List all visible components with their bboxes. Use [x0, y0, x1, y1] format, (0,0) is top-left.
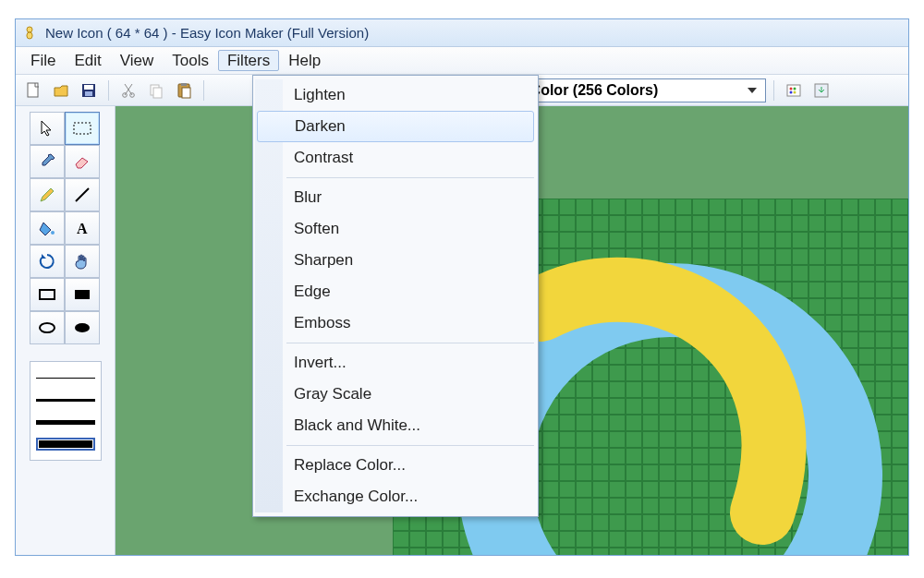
window-title: New Icon ( 64 * 64 ) - Easy Icon Maker (… [45, 25, 369, 41]
dropdown-separator [286, 343, 534, 343]
svg-rect-2 [28, 83, 38, 97]
line-width-4[interactable] [36, 438, 95, 451]
app-window: New Icon ( 64 * 64 ) - Easy Icon Maker (… [15, 18, 909, 556]
title-bar: New Icon ( 64 * 64 ) - Easy Icon Maker (… [16, 19, 908, 47]
svg-point-17 [794, 90, 796, 93]
copy-button[interactable] [144, 78, 168, 102]
filter-contrast[interactable]: Contrast [255, 142, 536, 174]
svg-line-20 [76, 188, 89, 201]
tool-eraser[interactable] [65, 145, 100, 178]
tool-text[interactable]: A [65, 211, 100, 245]
svg-point-25 [40, 323, 55, 332]
tool-pencil[interactable] [30, 178, 65, 211]
dropdown-separator [286, 445, 534, 446]
menu-bar: File Edit View Tools Filters Help [16, 47, 908, 75]
line-width-2[interactable] [36, 393, 95, 406]
svg-rect-23 [40, 290, 55, 299]
svg-rect-4 [84, 85, 93, 90]
filters-dropdown: Lighten Darken Contrast Blur Soften Shar… [252, 75, 539, 517]
new-button[interactable] [21, 78, 45, 102]
svg-text:A: A [77, 221, 88, 236]
svg-rect-24 [75, 290, 90, 299]
tool-rect-filled[interactable] [65, 278, 100, 311]
svg-point-21 [51, 231, 55, 235]
svg-point-0 [27, 27, 32, 32]
svg-rect-1 [27, 32, 32, 39]
tool-grid: A [30, 112, 102, 344]
filter-bw[interactable]: Black and White... [255, 410, 536, 441]
filter-edge[interactable]: Edge [255, 276, 536, 307]
app-icon [21, 25, 38, 42]
tool-rotate[interactable] [30, 245, 65, 278]
tool-hand[interactable] [65, 245, 100, 278]
menu-help[interactable]: Help [279, 47, 330, 74]
palette-button[interactable] [782, 78, 806, 102]
filter-sharpen[interactable]: Sharpen [255, 245, 536, 276]
tool-line[interactable] [65, 178, 100, 211]
svg-point-16 [790, 90, 793, 93]
svg-rect-19 [74, 123, 91, 134]
filter-exchange-color[interactable]: Exchange Color... [255, 481, 536, 512]
svg-point-26 [75, 323, 90, 332]
filter-emboss[interactable]: Emboss [255, 307, 536, 339]
save-button[interactable] [77, 78, 101, 102]
toolbar-separator [203, 80, 204, 101]
chevron-down-icon [745, 83, 760, 98]
menu-tools[interactable]: Tools [163, 47, 218, 74]
tool-pointer[interactable] [30, 112, 65, 145]
line-width-1[interactable] [36, 371, 95, 384]
filter-invert[interactable]: Invert... [255, 347, 536, 379]
svg-rect-12 [182, 88, 190, 98]
tool-rect-outline[interactable] [30, 278, 65, 311]
filter-darken[interactable]: Darken [257, 111, 534, 142]
tool-ellipse-outline[interactable] [30, 311, 65, 344]
filter-lighten[interactable]: Lighten [255, 79, 536, 111]
tool-eyedropper[interactable] [30, 145, 65, 178]
toolbar-separator [773, 80, 774, 101]
menu-view[interactable]: View [111, 47, 164, 74]
tool-fill[interactable] [30, 211, 65, 245]
svg-point-15 [794, 87, 796, 90]
menu-filters[interactable]: Filters [218, 50, 279, 71]
open-button[interactable] [49, 78, 73, 102]
cut-button[interactable] [116, 78, 140, 102]
menu-file[interactable]: File [21, 47, 65, 74]
menu-edit[interactable]: Edit [65, 47, 110, 74]
line-width-3[interactable] [36, 415, 95, 428]
dropdown-separator [286, 177, 534, 178]
tool-select-rect[interactable] [65, 112, 100, 145]
filter-grayscale[interactable]: Gray Scale [255, 379, 536, 410]
toolbar-separator [108, 80, 109, 101]
filter-replace-color[interactable]: Replace Color... [255, 450, 536, 481]
paste-button[interactable] [172, 78, 196, 102]
import-button[interactable] [809, 78, 833, 102]
svg-rect-9 [153, 88, 162, 98]
svg-rect-13 [787, 85, 800, 96]
filter-soften[interactable]: Soften [255, 213, 536, 245]
svg-rect-11 [181, 83, 187, 86]
line-width-panel [30, 361, 102, 461]
svg-point-14 [790, 87, 793, 90]
tool-panel: A [16, 106, 116, 555]
filter-blur[interactable]: Blur [255, 182, 536, 213]
svg-rect-5 [85, 91, 92, 96]
tool-ellipse-filled[interactable] [65, 311, 100, 344]
